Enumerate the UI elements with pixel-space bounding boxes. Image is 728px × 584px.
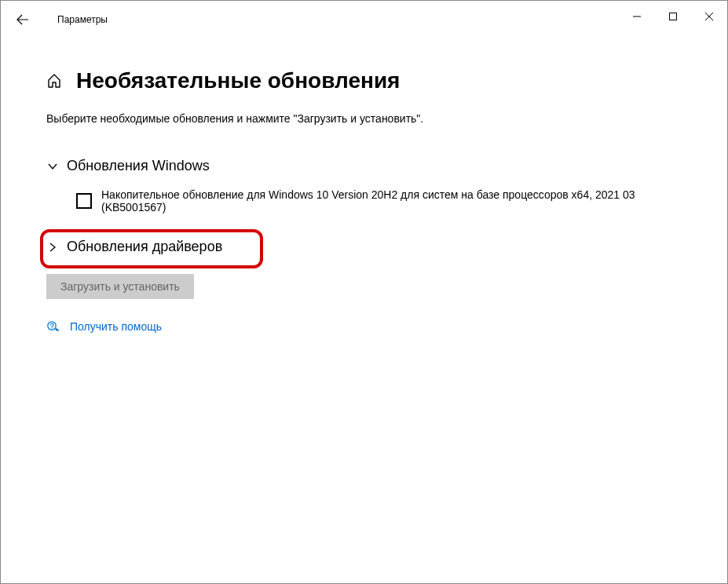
download-install-button[interactable]: Загрузить и установить bbox=[46, 274, 194, 299]
section-title-windows: Обновления Windows bbox=[67, 158, 210, 174]
titlebar-left: Параметры bbox=[7, 4, 108, 35]
section-title-drivers: Обновления драйверов bbox=[67, 239, 222, 255]
get-help-link[interactable]: Получить помощь bbox=[70, 320, 162, 333]
update-checkbox[interactable] bbox=[76, 193, 92, 209]
home-icon[interactable] bbox=[46, 73, 62, 89]
svg-rect-0 bbox=[670, 13, 677, 20]
titlebar: Параметры bbox=[1, 1, 727, 38]
maximize-button[interactable] bbox=[655, 4, 691, 29]
page-header: Необязательные обновления bbox=[46, 68, 696, 93]
svg-point-2 bbox=[51, 328, 52, 329]
arrow-left-icon bbox=[16, 13, 29, 26]
section-header-windows-updates[interactable]: Обновления Windows bbox=[46, 158, 696, 174]
section-header-driver-updates[interactable]: Обновления драйверов bbox=[46, 239, 696, 255]
window-controls bbox=[619, 10, 727, 29]
page-title: Необязательные обновления bbox=[76, 68, 400, 93]
chevron-down-icon bbox=[46, 160, 59, 173]
page-description: Выберите необходимые обновления и нажмит… bbox=[46, 112, 696, 125]
section-driver-updates-wrapper: Обновления драйверов bbox=[46, 239, 696, 255]
close-button[interactable] bbox=[691, 4, 727, 29]
help-icon bbox=[46, 319, 60, 334]
help-row: Получить помощь bbox=[46, 319, 696, 334]
minimize-button[interactable] bbox=[619, 4, 655, 29]
home-icon-svg bbox=[46, 73, 62, 89]
close-icon bbox=[705, 13, 713, 20]
minimize-icon bbox=[633, 13, 641, 20]
app-title: Параметры bbox=[57, 14, 108, 25]
maximize-icon bbox=[669, 13, 677, 20]
back-button[interactable] bbox=[7, 4, 38, 35]
section-windows-updates: Обновления Windows Накопительное обновле… bbox=[46, 158, 696, 214]
content-area: Необязательные обновления Выберите необх… bbox=[1, 68, 727, 334]
chevron-right-icon bbox=[46, 241, 59, 254]
update-item: Накопительное обновление для Windows 10 … bbox=[76, 188, 696, 214]
update-label: Накопительное обновление для Windows 10 … bbox=[101, 188, 696, 214]
